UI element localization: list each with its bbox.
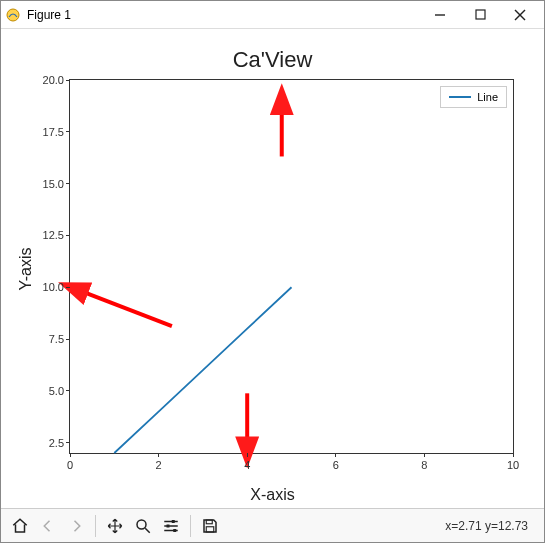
svg-rect-2 bbox=[476, 10, 485, 19]
y-tick-mark bbox=[66, 390, 70, 391]
app-icon bbox=[5, 7, 21, 23]
svg-rect-17 bbox=[206, 526, 214, 531]
x-tick-mark bbox=[247, 453, 248, 457]
zoom-button[interactable] bbox=[130, 513, 156, 539]
svg-point-0 bbox=[7, 9, 19, 21]
back-icon bbox=[39, 517, 57, 535]
save-button[interactable] bbox=[197, 513, 223, 539]
cursor-coord: x=2.71 y=12.73 bbox=[445, 519, 538, 533]
close-icon bbox=[514, 9, 526, 21]
window-title: Figure 1 bbox=[27, 8, 420, 22]
chart-title: Ca'View bbox=[1, 47, 544, 73]
svg-point-8 bbox=[137, 520, 146, 529]
pan-button[interactable] bbox=[102, 513, 128, 539]
svg-line-6 bbox=[66, 285, 172, 326]
save-icon bbox=[201, 517, 219, 535]
minimize-icon bbox=[434, 9, 446, 21]
y-tick-mark bbox=[66, 287, 70, 288]
y-tick-mark bbox=[66, 235, 70, 236]
y-tick-label: 12.5 bbox=[30, 229, 64, 241]
toolbar-separator bbox=[95, 515, 96, 537]
y-tick-mark bbox=[66, 131, 70, 132]
svg-rect-13 bbox=[172, 520, 175, 523]
y-tick-label: 5.0 bbox=[30, 385, 64, 397]
plot-area: Line 2.55.07.510.012.515.017.520.0024681… bbox=[69, 79, 514, 454]
maximize-icon bbox=[475, 9, 486, 20]
legend-swatch bbox=[449, 96, 471, 98]
subplots-button[interactable] bbox=[158, 513, 184, 539]
y-tick-mark bbox=[66, 80, 70, 81]
home-icon bbox=[11, 517, 29, 535]
x-tick-label: 6 bbox=[333, 459, 339, 471]
y-tick-mark bbox=[66, 339, 70, 340]
home-button[interactable] bbox=[7, 513, 33, 539]
data-line bbox=[70, 80, 513, 453]
svg-rect-15 bbox=[173, 529, 176, 532]
y-tick-label: 15.0 bbox=[30, 178, 64, 190]
nav-toolbar: x=2.71 y=12.73 bbox=[1, 508, 544, 542]
legend-label: Line bbox=[477, 91, 498, 103]
x-tick-mark bbox=[70, 453, 71, 457]
pan-icon bbox=[106, 517, 124, 535]
svg-rect-14 bbox=[167, 524, 170, 527]
back-button[interactable] bbox=[35, 513, 61, 539]
maximize-button[interactable] bbox=[460, 4, 500, 26]
forward-icon bbox=[67, 517, 85, 535]
plot-canvas[interactable]: Ca'View Y-axis X-axis Line 2.55.07.510.0… bbox=[1, 29, 544, 508]
x-tick-label: 0 bbox=[67, 459, 73, 471]
y-tick-mark bbox=[66, 442, 70, 443]
titlebar: Figure 1 bbox=[1, 1, 544, 29]
x-tick-mark bbox=[335, 453, 336, 457]
y-tick-label: 7.5 bbox=[30, 333, 64, 345]
x-tick-label: 8 bbox=[421, 459, 427, 471]
y-tick-label: 10.0 bbox=[30, 281, 64, 293]
x-tick-label: 4 bbox=[244, 459, 250, 471]
x-tick-mark bbox=[513, 453, 514, 457]
annotation-arrows bbox=[70, 80, 513, 453]
x-axis-label: X-axis bbox=[1, 486, 544, 504]
toolbar-separator bbox=[190, 515, 191, 537]
svg-rect-16 bbox=[206, 520, 212, 524]
legend: Line bbox=[440, 86, 507, 108]
x-tick-mark bbox=[424, 453, 425, 457]
svg-line-9 bbox=[145, 528, 150, 533]
x-tick-label: 2 bbox=[156, 459, 162, 471]
zoom-icon bbox=[134, 517, 152, 535]
forward-button[interactable] bbox=[63, 513, 89, 539]
y-tick-label: 17.5 bbox=[30, 126, 64, 138]
sliders-icon bbox=[162, 517, 180, 535]
x-tick-label: 10 bbox=[507, 459, 519, 471]
y-tick-label: 20.0 bbox=[30, 74, 64, 86]
close-button[interactable] bbox=[500, 4, 540, 26]
y-tick-label: 2.5 bbox=[30, 437, 64, 449]
minimize-button[interactable] bbox=[420, 4, 460, 26]
figure-window: Figure 1 Ca'View Y-axis X-axis Line 2.55… bbox=[0, 0, 545, 543]
x-tick-mark bbox=[158, 453, 159, 457]
y-tick-mark bbox=[66, 183, 70, 184]
